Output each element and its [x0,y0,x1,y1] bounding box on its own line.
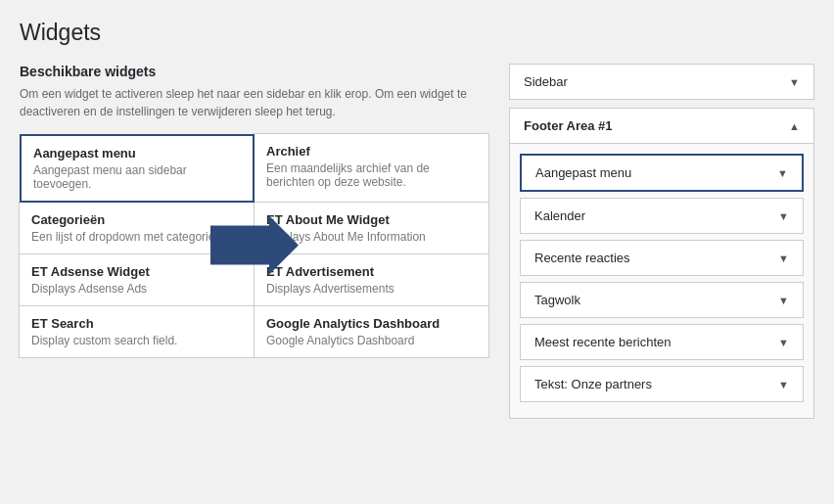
footer-area-chevron-up-icon: ▲ [789,120,800,132]
widget-card-et-search[interactable]: ET Search Display custom search field. [19,305,255,358]
widget-card-et-about-me[interactable]: ET About Me Widget Displays About Me Inf… [254,202,489,254]
widget-desc-et-search: Display custom search field. [31,334,242,347]
footer-widget-chevron-icon: ▼ [778,379,789,390]
footer-widget-label: Aangepast menu [535,165,631,180]
footer-widget-label: Meest recente berichten [534,335,671,349]
widget-title-aangepast: Aangepast menu [33,146,241,160]
widget-card-categorieen[interactable]: Categorieën Een lijst of dropdown met ca… [19,202,255,254]
page-title: Widgets [20,20,814,46]
widget-title-archief: Archief [266,144,477,159]
footer-widget-item[interactable]: Tekst: Onze partners▼ [520,366,804,402]
sidebar-chevron-down-icon: ▼ [789,76,800,88]
footer-widgets-list: Aangepast menu▼Kalender▼Recente reacties… [520,154,804,402]
footer-area-section: Footer Area #1 ▲ Aangepast menu▼Kalender… [509,108,814,419]
footer-widget-label: Tekst: Onze partners [534,377,652,391]
widgets-row-3: ET Adsense Widget Displays Adsense Ads E… [20,254,489,306]
footer-widget-chevron-icon: ▼ [778,337,789,348]
widgets-row-1: Aangepast menu Aangepast menu aan sideba… [20,134,489,203]
footer-area-label: Footer Area #1 [524,118,613,133]
widget-card-aangepast-menu[interactable]: Aangepast menu Aangepast menu aan sideba… [20,134,255,203]
widget-desc-archief: Een maandelijks archief van de berichten… [266,161,477,189]
sidebar-areas-panel: Sidebar ▼ Footer Area #1 ▲ Aangepast men… [509,64,814,419]
widget-card-google-analytics[interactable]: Google Analytics Dashboard Google Analyt… [254,305,489,358]
widgets-row-4: ET Search Display custom search field. G… [20,306,489,358]
widget-desc-aangepast: Aangepast menu aan sidebar toevoegen. [33,163,241,191]
widget-card-et-adsense[interactable]: ET Adsense Widget Displays Adsense Ads [19,253,255,306]
widget-title-et-search: ET Search [31,316,242,331]
footer-widget-item[interactable]: Meest recente berichten▼ [520,324,804,360]
widget-card-archief[interactable]: Archief Een maandelijks archief van de b… [254,133,489,203]
footer-widget-item[interactable]: Aangepast menu▼ [520,154,804,192]
widget-title-et-advertisement: ET Advertisement [266,264,477,279]
widgets-grid-container: Aangepast menu Aangepast menu aan sideba… [20,134,489,358]
widget-desc-categorieen: Een lijst of dropdown met categorieën. [31,230,242,244]
footer-widget-item[interactable]: Recente reacties▼ [520,240,804,276]
widget-desc-et-about-me: Displays About Me Information [266,230,477,244]
available-widgets-title: Beschikbare widgets [20,64,489,79]
footer-widget-label: Recente reacties [534,251,630,265]
footer-widget-label: Kalender [534,208,585,223]
widgets-row-2: Categorieën Een lijst of dropdown met ca… [20,203,489,254]
footer-area-header[interactable]: Footer Area #1 ▲ [509,108,814,144]
footer-widget-chevron-icon: ▼ [778,252,789,264]
footer-widget-item[interactable]: Kalender▼ [520,198,804,234]
widget-desc-et-advertisement: Displays Advertisements [266,282,477,296]
widget-card-et-advertisement[interactable]: ET Advertisement Displays Advertisements [254,253,489,306]
sidebar-area-header[interactable]: Sidebar ▼ [509,64,814,100]
available-widgets-panel: Beschikbare widgets Om een widget te act… [20,64,489,358]
footer-area-body: Aangepast menu▼Kalender▼Recente reacties… [509,144,814,419]
footer-widget-label: Tagwolk [534,293,580,307]
widget-title-et-about-me: ET About Me Widget [266,212,477,227]
widget-title-et-adsense: ET Adsense Widget [31,264,242,279]
widget-title-google-analytics: Google Analytics Dashboard [266,316,477,331]
footer-widget-chevron-icon: ▼ [778,295,789,306]
available-widgets-desc: Om een widget te activeren sleep het naa… [20,85,489,120]
sidebar-area-label: Sidebar [524,74,568,89]
footer-widget-item[interactable]: Tagwolk▼ [520,282,804,318]
footer-widget-chevron-icon: ▼ [777,167,788,179]
widget-title-categorieen: Categorieën [31,212,242,227]
footer-widget-chevron-icon: ▼ [778,210,789,222]
widget-desc-google-analytics: Google Analytics Dashboard [266,334,477,347]
widget-desc-et-adsense: Displays Adsense Ads [31,282,242,296]
